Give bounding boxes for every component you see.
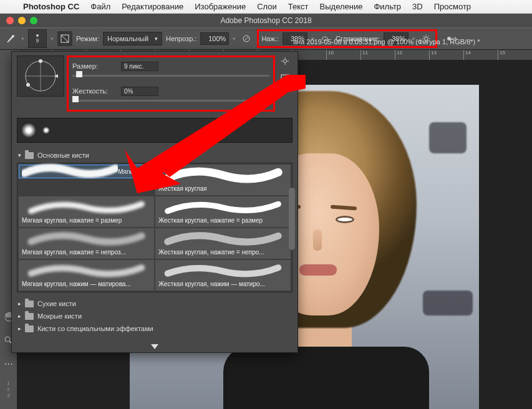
svg-rect-25 — [281, 75, 289, 80]
app-title: Adobe Photoshop CC 2018 — [220, 16, 311, 25]
ruler-numbers: 123 — [7, 380, 9, 399]
menu-edit[interactable]: Редактирование — [116, 2, 189, 11]
menu-layers[interactable]: Слои — [251, 2, 283, 11]
minimize-window-button[interactable] — [18, 17, 26, 24]
blend-mode-select[interactable]: Нормальный ▾ — [103, 32, 162, 46]
svg-line-10 — [428, 36, 429, 37]
size-slider[interactable] — [72, 71, 269, 80]
edit-toolbar-icon[interactable]: ⋯ — [4, 359, 13, 369]
document-tab-title[interactable]: ана 2019-05-08 в 0.05.31.png @ 100% (Фиг… — [293, 38, 480, 46]
tool-chevron-icon[interactable]: ▾ — [21, 36, 24, 42]
folder-main-brushes[interactable]: ▾ Основные кисти — [17, 149, 293, 161]
folder-wet-brushes[interactable]: ▸ Мокрые кисти — [17, 310, 293, 322]
hardness-value-input[interactable]: 0% — [121, 87, 158, 96]
menu-filter[interactable]: Фильтр — [368, 2, 407, 11]
brush-thumb-hard-round-pressure-opacity[interactable]: Жесткая круглая, нажатие = непро... — [155, 228, 291, 259]
pressure-opacity-icon[interactable] — [239, 32, 253, 46]
brush-thumb-soft-round[interactable]: Мягкая круглая — [19, 165, 154, 178]
folder-label: Сухие кисти — [37, 300, 76, 307]
menu-file[interactable]: Файл — [85, 2, 116, 11]
mode-label: Режим: — [76, 35, 99, 42]
close-window-button[interactable] — [6, 17, 14, 24]
svg-line-8 — [423, 36, 425, 37]
menu-text[interactable]: Текст — [283, 2, 314, 11]
mac-menubar: Photoshop CC Файл Редактирование Изображ… — [0, 0, 532, 14]
window-controls — [0, 17, 37, 24]
recent-brush-1[interactable] — [21, 123, 36, 138]
brush-preset-picker[interactable]: 9 — [28, 29, 47, 48]
new-preset-icon[interactable] — [281, 74, 289, 84]
brush-chevron-icon[interactable]: ▾ — [51, 36, 54, 42]
brush-tool-icon[interactable] — [4, 32, 17, 46]
app-titlebar: Adobe Photoshop CC 2018 — [0, 14, 532, 27]
brush-thumb-hard-round-pressure-size[interactable]: Жесткая круглая, нажатие = размер — [155, 196, 291, 227]
brush-thumb-hard-round[interactable]: Жесткая круглая — [155, 165, 291, 195]
brush-size-number: 9 — [36, 37, 39, 44]
svg-point-20 — [283, 59, 286, 62]
brush-preset-panel: Размер: 9 пикс. Жесткость: 0% — [11, 51, 298, 353]
folder-dry-brushes[interactable]: ▸ Сухие кисти — [17, 297, 293, 310]
svg-point-18 — [39, 59, 42, 63]
folder-label: Кисти со специальными эффектами — [37, 325, 153, 332]
disclosure-down-icon: ▾ — [18, 152, 21, 158]
svg-point-13 — [5, 337, 10, 342]
folder-icon — [25, 313, 34, 320]
folder-icon — [25, 301, 34, 307]
menu-image[interactable]: Изображение — [189, 2, 251, 11]
brush-thumb-hard-round-matte[interactable]: Жесткая круглая, нажим — матиро... — [155, 260, 291, 291]
folder-fx-brushes[interactable]: ▸ Кисти со специальными эффектами — [17, 322, 293, 335]
brush-thumb-soft-round-matte[interactable]: Мягкая круглая, нажим — матирова... — [19, 260, 154, 291]
brush-panel-toggle-icon[interactable] — [57, 31, 72, 46]
folder-icon — [25, 325, 34, 332]
highlight-size-hardness: Размер: 9 пикс. Жесткость: 0% — [67, 55, 275, 112]
disclosure-right-icon: ▸ — [18, 325, 21, 332]
recent-brushes-strip[interactable] — [17, 118, 293, 143]
app-menu[interactable]: Photoshop CC — [17, 2, 85, 11]
hardness-label: Жесткость: — [72, 87, 117, 95]
panel-scrollbar[interactable] — [289, 188, 296, 335]
svg-point-19 — [26, 83, 30, 87]
blend-mode-value: Нормальный — [107, 35, 151, 42]
zoom-window-button[interactable] — [30, 17, 37, 24]
folder-icon — [25, 152, 34, 159]
disclosure-right-icon: ▸ — [18, 313, 21, 319]
brush-thumb-soft-round-pressure-opacity[interactable]: Мягкая круглая, нажатие = непроз... — [19, 228, 154, 259]
menu-3d[interactable]: 3D — [407, 2, 428, 11]
panel-resize-handle[interactable] — [12, 341, 297, 352]
recent-brush-2[interactable] — [42, 127, 50, 134]
folder-label: Основные кисти — [37, 152, 89, 159]
brush-tip-angle-preview[interactable] — [17, 55, 64, 97]
brush-tree: ▾ Основные кисти Мягкая круглая Жесткая … — [12, 147, 297, 341]
brush-thumb-soft-round-pressure-size[interactable]: Мягкая круглая, нажатие = размер — [19, 196, 154, 227]
folder-label: Мокрые кисти — [37, 312, 82, 320]
size-label: Размер: — [72, 62, 117, 70]
svg-point-0 — [12, 35, 14, 37]
chevron-down-icon: ▾ — [155, 36, 158, 42]
opacity-input[interactable]: 100% — [200, 32, 229, 45]
opacity-chevron-icon[interactable]: ▾ — [233, 36, 236, 42]
hardness-slider[interactable] — [72, 96, 269, 105]
brush-thumbnails-grid: Мягкая круглая Жесткая круглая Мягкая кр… — [17, 163, 293, 292]
size-value-input[interactable]: 9 пикс. — [121, 62, 158, 71]
panel-gear-icon[interactable] — [281, 57, 289, 67]
svg-rect-26 — [283, 82, 287, 83]
disclosure-right-icon: ▸ — [18, 301, 21, 307]
opacity-label: Непрозр.: — [166, 35, 196, 42]
menu-view[interactable]: Просмотр — [428, 2, 476, 11]
menu-select[interactable]: Выделение — [314, 2, 369, 11]
flow-label: Наж.: — [261, 35, 279, 42]
